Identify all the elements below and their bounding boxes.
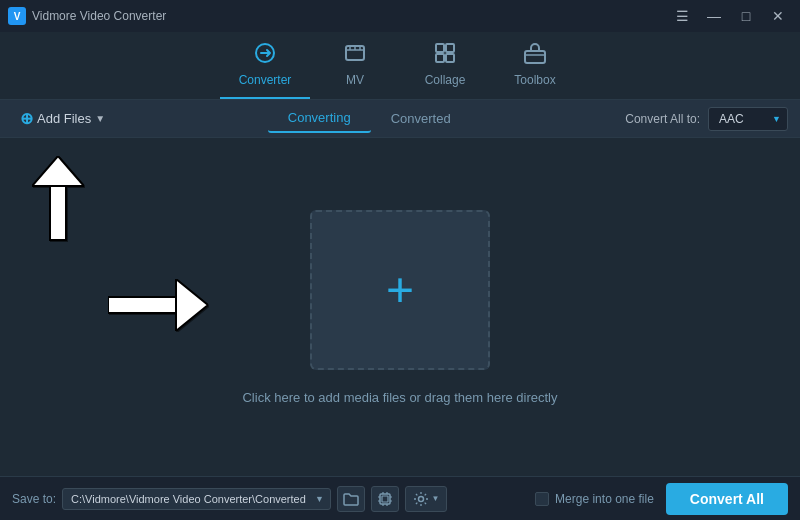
app-logo: V <box>8 7 26 25</box>
svg-rect-5 <box>446 54 454 62</box>
converting-tab-button[interactable]: Converting <box>268 104 371 133</box>
toolbox-icon <box>523 41 547 69</box>
svg-rect-8 <box>50 184 66 240</box>
toolbar: ⊕ Add Files ▼ Converting Converted Conve… <box>0 100 800 138</box>
svg-rect-6 <box>525 51 545 63</box>
toolbar-left: ⊕ Add Files ▼ <box>12 105 113 132</box>
format-dropdown-wrapper: AAC MP3 MP4 AVI <box>708 107 788 131</box>
drop-zone-plus-icon: + <box>386 266 414 314</box>
converter-icon <box>253 41 277 69</box>
svg-rect-4 <box>436 54 444 62</box>
svg-rect-13 <box>382 496 388 502</box>
svg-rect-10 <box>108 297 180 313</box>
merge-checkbox-section: Merge into one file <box>535 492 654 506</box>
status-right: Merge into one file Convert All <box>535 483 788 515</box>
title-bar-left: V Vidmore Video Converter <box>8 7 166 25</box>
svg-rect-3 <box>446 44 454 52</box>
arrow-right-annotation <box>108 279 208 335</box>
mv-icon <box>343 41 367 69</box>
save-to-section: Save to: C:\Vidmore\Vidmore Video Conver… <box>12 486 447 512</box>
drop-zone[interactable]: + <box>310 210 490 370</box>
menu-button[interactable]: ☰ <box>668 5 696 27</box>
title-bar-controls: ☰ — □ ✕ <box>668 5 792 27</box>
minimize-button[interactable]: — <box>700 5 728 27</box>
tab-mv[interactable]: MV <box>310 35 400 99</box>
tab-toolbox[interactable]: Toolbox <box>490 35 580 99</box>
tab-collage-label: Collage <box>425 73 466 87</box>
converted-tab-button[interactable]: Converted <box>371 105 471 132</box>
drop-hint-text: Click here to add media files or drag th… <box>242 390 557 405</box>
collage-icon <box>433 41 457 69</box>
save-path-wrapper: C:\Vidmore\Vidmore Video Converter\Conve… <box>62 488 331 510</box>
arrow-up-annotation <box>32 156 84 250</box>
merge-checkbox[interactable] <box>535 492 549 506</box>
save-path-dropdown[interactable]: C:\Vidmore\Vidmore Video Converter\Conve… <box>62 488 331 510</box>
tab-mv-label: MV <box>346 73 364 87</box>
svg-marker-9 <box>32 156 84 186</box>
tab-converter[interactable]: Converter <box>220 35 310 99</box>
svg-point-14 <box>418 496 423 501</box>
close-button[interactable]: ✕ <box>764 5 792 27</box>
add-files-button[interactable]: ⊕ Add Files ▼ <box>12 105 113 132</box>
status-icons <box>337 486 447 512</box>
add-files-arrow-icon: ▼ <box>95 113 105 124</box>
toolbar-center: Converting Converted <box>268 104 471 133</box>
svg-rect-2 <box>436 44 444 52</box>
status-bar: Save to: C:\Vidmore\Vidmore Video Conver… <box>0 476 800 520</box>
save-to-label: Save to: <box>12 492 56 506</box>
format-dropdown[interactable]: AAC MP3 MP4 AVI <box>708 107 788 131</box>
add-files-plus-icon: ⊕ <box>20 109 33 128</box>
nav-tabs: Converter MV Collage <box>0 32 800 100</box>
cpu-icon-button[interactable] <box>371 486 399 512</box>
folder-icon-button[interactable] <box>337 486 365 512</box>
merge-label: Merge into one file <box>555 492 654 506</box>
maximize-button[interactable]: □ <box>732 5 760 27</box>
tab-collage[interactable]: Collage <box>400 35 490 99</box>
tab-toolbox-label: Toolbox <box>514 73 555 87</box>
tab-converter-label: Converter <box>239 73 292 87</box>
main-content: + Click here to add media files or drag … <box>0 138 800 476</box>
svg-marker-11 <box>176 279 208 331</box>
convert-all-to-label: Convert All to: <box>625 112 700 126</box>
title-bar: V Vidmore Video Converter ☰ — □ ✕ <box>0 0 800 32</box>
convert-all-button[interactable]: Convert All <box>666 483 788 515</box>
toolbar-right: Convert All to: AAC MP3 MP4 AVI <box>625 107 788 131</box>
app-title: Vidmore Video Converter <box>32 9 166 23</box>
settings-icon-button[interactable] <box>405 486 447 512</box>
add-files-label: Add Files <box>37 111 91 126</box>
